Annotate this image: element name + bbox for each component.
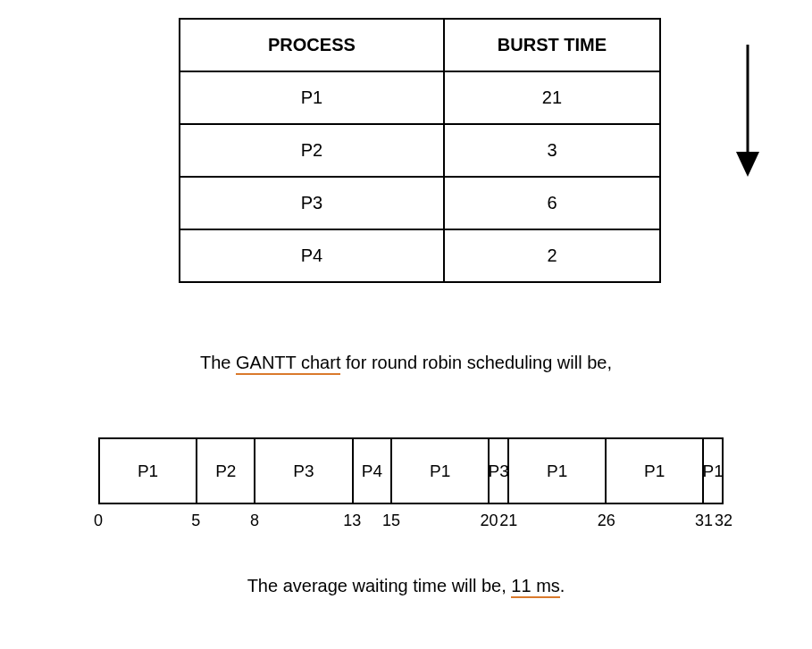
table-row: P3 6 xyxy=(180,177,660,229)
header-process: PROCESS xyxy=(180,19,444,71)
cell-process: P4 xyxy=(180,229,444,282)
gantt-caption: The GANTT chart for round robin scheduli… xyxy=(0,353,812,373)
caption-underlined: 11 ms xyxy=(511,576,559,598)
caption-text: The average waiting time will be, xyxy=(247,576,512,595)
cell-process: P1 xyxy=(180,71,444,124)
cell-burst: 3 xyxy=(444,124,660,177)
gantt-cell: P1 xyxy=(704,439,724,503)
gantt-row: P1P2P3P4P1P3P1P1P1 xyxy=(98,437,724,504)
gantt-tick: 15 xyxy=(382,512,400,530)
gantt-cell: P3 xyxy=(490,439,509,503)
table-header-row: PROCESS BURST TIME xyxy=(180,19,660,71)
gantt-tick: 32 xyxy=(715,512,732,530)
caption-underlined: GANTT chart xyxy=(236,353,340,375)
table-row: P1 21 xyxy=(180,71,660,124)
cell-burst: 21 xyxy=(444,71,660,124)
gantt-cell: P1 xyxy=(509,439,607,503)
gantt-tick: 31 xyxy=(695,512,713,530)
gantt-tick: 0 xyxy=(94,512,103,530)
gantt-tick: 5 xyxy=(191,512,200,530)
gantt-chart: P1P2P3P4P1P3P1P1P1 05813152021263132 xyxy=(98,437,724,529)
cell-process: P2 xyxy=(180,124,444,177)
gantt-cell: P1 xyxy=(100,439,197,503)
caption-text: . xyxy=(560,576,565,595)
svg-marker-1 xyxy=(736,152,759,177)
gantt-tick: 13 xyxy=(343,512,361,530)
gantt-cell: P4 xyxy=(354,439,393,503)
page: PROCESS BURST TIME P1 21 P2 3 P3 6 P4 2 xyxy=(0,0,812,649)
process-table: PROCESS BURST TIME P1 21 P2 3 P3 6 P4 2 xyxy=(179,18,661,283)
avg-wait-caption: The average waiting time will be, 11 ms. xyxy=(0,576,812,596)
gantt-tick: 20 xyxy=(480,512,498,530)
header-burst-time: BURST TIME xyxy=(444,19,660,71)
table-row: P4 2 xyxy=(180,229,660,282)
gantt-ticks: 05813152021263132 xyxy=(98,504,724,529)
gantt-tick: 21 xyxy=(499,512,517,530)
cell-process: P3 xyxy=(180,177,444,229)
gantt-cell: P3 xyxy=(255,439,353,503)
cell-burst: 2 xyxy=(444,229,660,282)
gantt-tick: 8 xyxy=(250,512,259,530)
gantt-cell: P1 xyxy=(607,439,704,503)
gantt-cell: P2 xyxy=(197,439,255,503)
gantt-tick: 26 xyxy=(598,512,615,530)
caption-text: for round robin scheduling will be, xyxy=(340,353,612,372)
arrow-down-icon xyxy=(732,45,763,179)
caption-text: The xyxy=(200,353,236,372)
table-row: P2 3 xyxy=(180,124,660,177)
gantt-cell: P1 xyxy=(392,439,490,503)
cell-burst: 6 xyxy=(444,177,660,229)
